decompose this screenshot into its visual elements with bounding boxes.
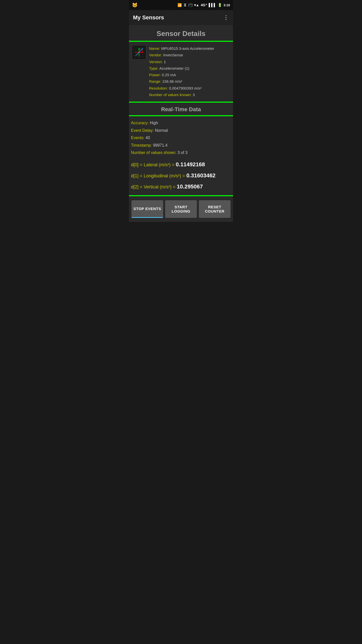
field-version: Version: 1 [149, 59, 230, 65]
bluetooth-icon2: ⯰ [183, 3, 187, 7]
reset-counter-button[interactable]: RESET COUNTER [199, 200, 231, 218]
rt-event-delay: Event Delay: Normal [131, 127, 231, 134]
android-icon: 🐱 [132, 3, 138, 8]
app-title: My Sensors [133, 14, 164, 21]
rt-events: Events: 40 [131, 134, 231, 142]
battery-icon: 🔋 [218, 3, 222, 7]
rt-timestamp: Timestamp: 99971.4 [131, 142, 231, 149]
status-bar: 🐱 📶 ⯰ 📳 ▾▲ 4G⁺ ▌▌▌ 🔋 3:10 [129, 0, 233, 10]
field-resolution: Resolution: 0.0047900393 m/s² [149, 85, 230, 92]
wifi-icon: ▾▲ [194, 3, 199, 7]
rt-accuracy: Accuracy: High [131, 119, 231, 127]
sensor-icon-image: Y X Z [132, 45, 146, 59]
bluetooth-icon: 📶 [177, 3, 182, 7]
value-d1: d[1] = Longitudinal (m/s²) = 0.31603462 [131, 170, 231, 181]
realtime-data-section: Accuracy: High Event Delay: Normal Event… [129, 116, 233, 195]
field-range: Range: 156.96 m/s² [149, 78, 230, 85]
4g-icon: 4G⁺ [201, 3, 207, 7]
svg-text:Z: Z [142, 48, 143, 50]
action-buttons: STOP EVENTS START LOGGING RESET COUNTER [129, 196, 233, 222]
svg-text:Y: Y [140, 48, 141, 50]
sensor-details-title: Sensor Details [129, 25, 233, 41]
svg-text:X: X [142, 50, 143, 52]
value-d0: d[0] = Lateral (m/s²) = 0.11492168 [131, 159, 231, 170]
field-vendor: Vendor: InvenSense [149, 52, 230, 58]
status-right: 📶 ⯰ 📳 ▾▲ 4G⁺ ▌▌▌ 🔋 3:10 [177, 3, 230, 7]
status-left: 🐱 [132, 2, 138, 8]
value-d2: d[2] = Vertical (m/s²) = 10.295067 [131, 181, 231, 192]
rt-num-values-shown: Number of values shown: 3 of 3 [131, 149, 231, 156]
app-bar: My Sensors ⋮ [129, 10, 233, 25]
stop-events-button[interactable]: STOP EVENTS [131, 200, 163, 218]
time-display: 3:10 [223, 3, 230, 7]
field-num-values: Number of values known: 3 [149, 92, 230, 98]
vibrate-icon: 📳 [188, 3, 193, 7]
sensor-fields: Name: MPU6515 3-axis Accelerometer Vendo… [149, 45, 230, 98]
field-name: Name: MPU6515 3-axis Accelerometer [149, 45, 230, 52]
field-power: Power: 0.25 mA [149, 72, 230, 78]
field-type: Type: Accelerometer (1) [149, 65, 230, 72]
signal-icon: ▌▌▌ [209, 3, 216, 7]
overflow-menu-button[interactable]: ⋮ [223, 14, 229, 21]
start-logging-button[interactable]: START LOGGING [165, 200, 197, 218]
sensor-info-section: Y X Z Name: MPU6515 3-axis Accelerometer… [129, 42, 233, 102]
realtime-title: Real-Time Data [129, 103, 233, 115]
